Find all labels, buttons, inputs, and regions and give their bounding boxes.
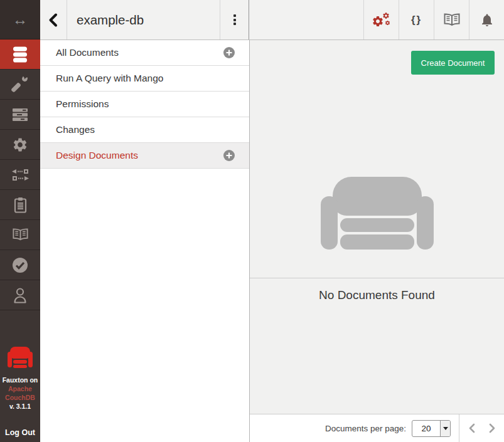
previous-page-button[interactable] <box>468 423 476 433</box>
sidebar-item-databases[interactable] <box>0 39 40 70</box>
select-caret-icon <box>440 421 450 436</box>
kebab-icon <box>233 14 236 17</box>
wrench-icon <box>12 76 28 93</box>
content-divider <box>250 278 504 278</box>
sidebar-item-verify[interactable] <box>0 250 40 280</box>
gears-icon <box>372 12 392 28</box>
chevron-left-icon <box>468 423 476 433</box>
next-page-button[interactable] <box>488 423 496 433</box>
book-icon <box>12 228 29 242</box>
header-spacer <box>249 0 363 39</box>
double-arrow-icon: ↔ <box>13 11 28 29</box>
nav-item-changes[interactable]: Changes <box>40 117 249 143</box>
database-icon <box>12 46 28 63</box>
logout-button[interactable]: Log Out <box>0 428 40 437</box>
servers-icon <box>12 108 28 122</box>
docs-book-icon <box>443 13 461 27</box>
replication-icon <box>12 169 29 181</box>
page-title: example-db <box>67 0 220 39</box>
per-page-label: Documents per page: <box>325 424 406 433</box>
main-content: Create Document No Documents Found Docum… <box>250 40 504 442</box>
json-braces-icon: {} <box>411 14 422 26</box>
clipboard-icon <box>14 197 27 213</box>
empty-state-message: No Documents Found <box>250 288 504 302</box>
branding-version: v. 3.1.1 <box>0 402 40 411</box>
couchdb-logo-icon <box>8 347 33 368</box>
nav-item-permissions[interactable]: Permissions <box>40 92 249 117</box>
notifications-bell-icon <box>480 13 495 28</box>
branding-line2: Apache <box>0 384 40 393</box>
branding-line1: Fauxton on <box>0 376 40 384</box>
person-icon <box>13 287 28 303</box>
add-document-icon[interactable] <box>223 47 235 58</box>
add-design-doc-icon[interactable] <box>223 150 235 161</box>
fauxton-branding: Fauxton on Apache CouchDB v. 3.1.1 <box>0 347 40 411</box>
nav-item-mango-query[interactable]: Run A Query with Mango <box>40 66 249 92</box>
database-menu-button[interactable] <box>220 0 249 39</box>
sidebar-item-setup[interactable] <box>0 70 40 100</box>
sidebar-item-account[interactable] <box>0 280 40 310</box>
back-button[interactable] <box>40 0 67 39</box>
create-document-button[interactable]: Create Document <box>411 51 495 75</box>
fauxton-app: ↔ <box>0 0 504 442</box>
empty-couch-icon <box>321 177 434 250</box>
chevron-right-icon <box>488 423 496 433</box>
nav-item-design-documents[interactable]: Design Documents <box>40 143 249 169</box>
chevron-left-icon <box>48 13 59 28</box>
sidebar-item-config[interactable] <box>0 130 40 160</box>
per-page-select[interactable]: 20 <box>412 420 451 437</box>
documentation-button[interactable] <box>434 0 469 39</box>
sidebar-item-active-tasks[interactable] <box>0 190 40 220</box>
primary-sidebar: ↔ <box>0 0 40 442</box>
nav-item-all-documents[interactable]: All Documents <box>40 40 249 66</box>
collapse-sidebar-button[interactable]: ↔ <box>0 0 40 39</box>
header-bar: example-db {} <box>40 0 504 40</box>
check-circle-icon <box>12 257 28 273</box>
gear-icon <box>12 137 28 153</box>
database-subnav: All Documents Run A Query with Mango Per… <box>40 40 250 442</box>
json-view-button[interactable]: {} <box>399 0 434 39</box>
results-footer: Documents per page: 20 <box>250 414 504 442</box>
api-url-button[interactable] <box>363 0 399 39</box>
notifications-button[interactable] <box>469 0 504 39</box>
branding-line3: CouchDB <box>0 393 40 402</box>
sidebar-item-activetasks-servers[interactable] <box>0 100 40 130</box>
pagination <box>459 414 504 442</box>
per-page-value: 20 <box>412 421 440 436</box>
sidebar-item-documentation[interactable] <box>0 220 40 250</box>
sidebar-item-replication[interactable] <box>0 160 40 190</box>
